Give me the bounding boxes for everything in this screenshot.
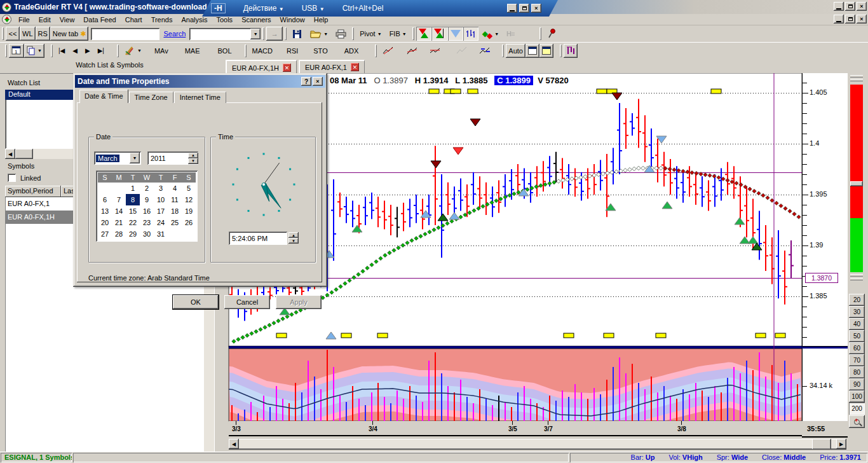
scale-button-60[interactable]: 60 xyxy=(849,342,865,354)
new-tab-button[interactable]: New tab ✱ xyxy=(50,27,89,41)
mav-button[interactable]: MAv xyxy=(151,44,172,58)
toolbar-grip[interactable] xyxy=(352,27,354,40)
close-button[interactable]: × xyxy=(857,2,867,11)
calendar-day-8[interactable]: 8 xyxy=(126,194,140,205)
calendar-day-25[interactable]: 25 xyxy=(168,217,182,228)
mae-button[interactable]: MAE xyxy=(181,44,204,58)
calendar-day-5[interactable]: 5 xyxy=(182,183,196,194)
close-icon[interactable]: × xyxy=(313,77,323,86)
calendar-day-18[interactable]: 18 xyxy=(168,205,182,217)
slider-bottom-cap[interactable] xyxy=(850,274,863,277)
mdi-minimize-button[interactable] xyxy=(834,15,844,24)
scale-button-30[interactable]: 30 xyxy=(849,306,865,318)
vm-restore-button[interactable] xyxy=(519,4,529,13)
vm-ctrl-alt-del[interactable]: Ctrl+Alt+Del xyxy=(342,4,384,13)
trendline-1-button[interactable] xyxy=(379,44,398,58)
calendar-day-7[interactable]: 7 xyxy=(112,194,126,205)
spin-up-icon[interactable]: ▲ xyxy=(288,232,299,238)
toolbar-grip[interactable] xyxy=(375,45,377,57)
calendar-day-20[interactable]: 20 xyxy=(98,217,112,228)
slider-top-cap[interactable] xyxy=(850,75,863,78)
calendar-day-9[interactable]: 9 xyxy=(140,194,154,205)
bol-button[interactable]: BOL xyxy=(214,44,236,58)
calendar-day-11[interactable]: 11 xyxy=(168,194,182,205)
vm-usb-menu[interactable]: USB ▼ xyxy=(302,4,325,13)
go-button[interactable]: → xyxy=(266,27,283,41)
calendar-day-26[interactable]: 26 xyxy=(182,217,196,228)
search-link[interactable]: Search xyxy=(159,30,189,38)
toolbar-grip[interactable] xyxy=(262,27,264,40)
year-spinner[interactable]: 2011 ▲▼ xyxy=(147,151,198,165)
pin-button[interactable] xyxy=(543,27,560,41)
menu-view[interactable]: View xyxy=(55,15,79,25)
chart-h-scrollbar[interactable]: ◀ ▶ xyxy=(229,439,846,450)
calendar-day-22[interactable]: 22 xyxy=(126,217,140,228)
mdi-close-button[interactable]: × xyxy=(857,15,867,24)
calendar-day-19[interactable]: 19 xyxy=(182,205,196,217)
menu-trends[interactable]: Trends xyxy=(147,15,177,25)
rsi-button[interactable]: RSI xyxy=(283,44,302,58)
fib-button[interactable]: FIB▼ xyxy=(386,27,410,41)
calendar-day-23[interactable]: 23 xyxy=(140,217,154,228)
calendar-day-15[interactable]: 15 xyxy=(126,205,140,217)
dialog-tab-internet-time[interactable]: Internet Time xyxy=(174,92,226,103)
menu-data-feed[interactable]: Data Feed xyxy=(79,15,120,25)
mdi-restore-button[interactable] xyxy=(845,15,855,24)
watchlist-button[interactable]: WL xyxy=(20,27,36,41)
chart-tab-eur-a0-fx-1[interactable]: EUR A0-FX,1✕ xyxy=(299,60,365,73)
scale-button-80[interactable]: 80 xyxy=(849,366,865,378)
chevron-down-icon[interactable]: ▼ xyxy=(250,29,261,39)
copy-button[interactable]: ▼ xyxy=(24,44,44,58)
calendar-day-16[interactable]: 16 xyxy=(140,205,154,217)
adx-button[interactable]: ADX xyxy=(341,44,363,58)
toolbar-grip[interactable] xyxy=(285,27,287,40)
vm-minimize-button[interactable] xyxy=(507,4,517,13)
tab-close-icon[interactable]: ✕ xyxy=(351,63,359,71)
time-field[interactable]: 5:24:06 PM xyxy=(229,232,287,245)
volume-axis-area[interactable]: 34.14 k xyxy=(802,349,848,421)
trendline-3-button[interactable] xyxy=(426,44,445,58)
prev-bar-button[interactable]: ◀ xyxy=(69,44,81,58)
calendar-day-28[interactable]: 28 xyxy=(112,228,126,240)
trendline-2-button[interactable] xyxy=(403,44,422,58)
calendar-day-12[interactable]: 12 xyxy=(182,194,196,205)
chart-tab-eur-a0-fx-1h[interactable]: EUR A0-FX,1H✕ xyxy=(226,60,297,74)
toolbar-grip[interactable] xyxy=(245,45,247,57)
toolbar-grip[interactable] xyxy=(5,45,7,57)
calendar-day-13[interactable]: 13 xyxy=(98,205,112,217)
cancel-button[interactable]: Cancel xyxy=(224,295,270,309)
scroll-right-icon[interactable]: ▶ xyxy=(836,439,846,449)
vm-close-button[interactable]: × xyxy=(531,4,541,13)
toolbar-grip[interactable] xyxy=(2,27,4,40)
collapse-panel-button[interactable]: << xyxy=(6,27,20,41)
volume-histogram-button[interactable] xyxy=(564,44,578,58)
print-button[interactable] xyxy=(332,27,350,41)
restore-button[interactable] xyxy=(845,2,855,11)
dialog-title-bar[interactable]: Date and Time Properties ? × xyxy=(75,75,325,88)
calendar-day-1[interactable]: 1 xyxy=(126,183,140,194)
toolbar-grip[interactable] xyxy=(117,45,119,57)
price-axis-area[interactable]: 1.4051.41.3951.391.3851.3870 xyxy=(802,73,848,347)
spin-down-icon[interactable]: ▼ xyxy=(288,238,299,244)
sto-button[interactable]: STO xyxy=(309,44,331,58)
vm-action-menu[interactable]: Действие ▼ xyxy=(243,4,284,13)
scrollbar-thumb[interactable] xyxy=(15,149,33,159)
symbol-input[interactable] xyxy=(91,28,159,40)
help-icon[interactable]: ? xyxy=(301,77,311,86)
bars-display-button[interactable] xyxy=(463,27,478,41)
scale-button-40[interactable]: 40 xyxy=(849,318,865,330)
tab-close-icon[interactable]: ✕ xyxy=(283,64,291,72)
save-button[interactable] xyxy=(288,27,306,41)
new-chart-window-button[interactable]: 1 xyxy=(9,44,24,58)
next-bar-button[interactable]: ▶ xyxy=(81,44,94,58)
last-bar-button[interactable]: ▶| xyxy=(94,44,108,58)
signal-markers-button[interactable] xyxy=(416,27,431,41)
menu-file[interactable]: File xyxy=(14,15,34,25)
blue-triangle-button[interactable] xyxy=(448,27,463,41)
scale-button-50[interactable]: 50 xyxy=(849,330,865,342)
dialog-tab-date-time[interactable]: Date & Time xyxy=(79,90,128,103)
calendar-day-31[interactable]: 31 xyxy=(154,228,168,240)
calendar-day-29[interactable]: 29 xyxy=(126,228,140,240)
slider-bottom-cap[interactable] xyxy=(850,278,863,280)
toolbar-grip[interactable] xyxy=(539,27,541,40)
